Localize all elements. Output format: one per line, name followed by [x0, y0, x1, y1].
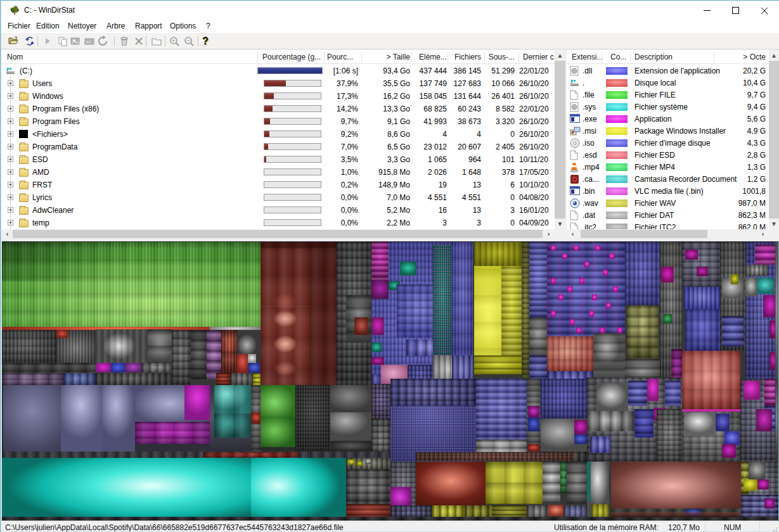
svg-text:?: ?	[202, 35, 209, 46]
svg-text:o:\: o:\	[86, 40, 91, 44]
